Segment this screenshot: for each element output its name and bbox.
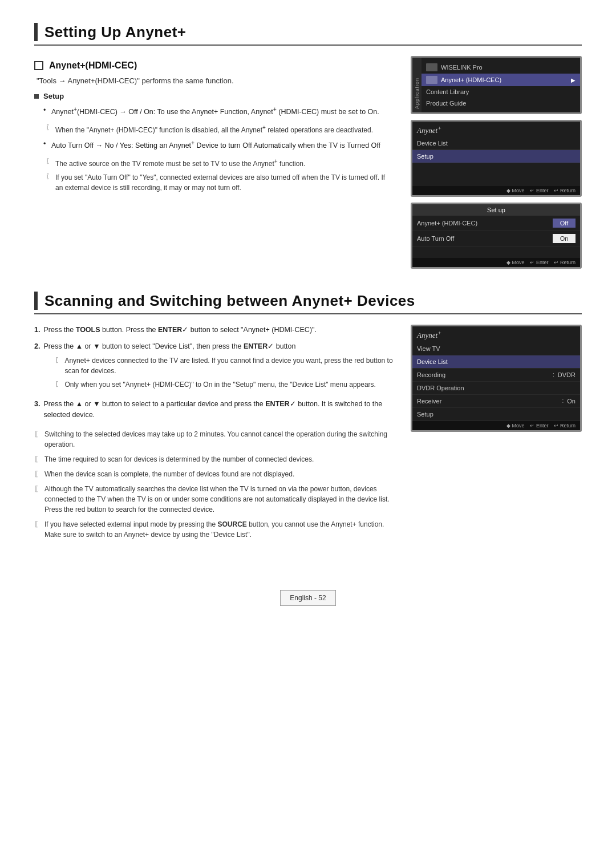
setup-screen-nav: ◆ Move ↵ Enter ↩ Return — [412, 258, 580, 267]
note-sym-3: 〖 — [46, 172, 52, 181]
anynet-menu: Anynet+ Device List Setup ◆ Move ↵ Enter… — [412, 122, 580, 195]
bottom-note-2: 〖 The time required to scan for devices … — [34, 454, 394, 464]
app-menu-items: WISELINK Pro Anynet+ (HDMI-CEC) ▶ Conten… — [422, 58, 580, 112]
screen-area-2: Anynet+ View TV Device List Recording : … — [411, 325, 582, 544]
section1-content: Anynet+(HDMI-CEC) "Tools → Anynet+(HDMI-… — [34, 56, 582, 274]
note-text-1: When the "Anynet+ (HDMI-CEC)" function i… — [55, 123, 373, 135]
dvdrop-label: DVDR Operation — [417, 385, 464, 391]
viewtv-label: View TV — [417, 345, 440, 352]
setup-bullets-2: Auto Turn Off → No / Yes: Setting an Any… — [34, 139, 394, 151]
section2-title: Scanning and Switching between Anynet+ D… — [44, 292, 415, 310]
section1-text: Anynet+(HDMI-CEC) "Tools → Anynet+(HDMI-… — [34, 56, 394, 274]
device-nav-return: ↩ Return — [554, 423, 576, 428]
section1-heading: Setting Up Anynet+ — [34, 23, 582, 46]
guide-label: Product Guide — [426, 100, 466, 107]
nav-enter: ↵ Enter — [530, 188, 548, 193]
device-item-recording: Recording : DVDR — [412, 369, 580, 382]
bottom-note-1: 〖 Switching to the selected devices may … — [34, 429, 394, 450]
device-item-dvdrop: DVDR Operation — [412, 382, 580, 395]
bullet-text-2: Auto Turn Off → No / Yes: Setting an Any… — [51, 142, 380, 149]
option-off: Off — [553, 219, 576, 228]
receiver-label: Receiver — [417, 398, 441, 405]
bn-text-3: When the device scan is complete, the nu… — [44, 469, 294, 479]
setup-item-label: Setup — [417, 411, 433, 418]
step-num-2: 2. — [34, 341, 40, 393]
nav-return: ↩ Return — [554, 188, 576, 193]
section2-content: 1. Press the TOOLS button. Press the ENT… — [34, 325, 582, 544]
device-item-viewtv: View TV — [412, 342, 580, 355]
wiselink-icon — [426, 63, 437, 71]
bn-text-5: If you have selected external input mode… — [44, 519, 394, 540]
sidebar-label: Application — [412, 58, 422, 112]
app-menu-sidebar: Application WISELINK Pro Anynet+ (HDMI-C… — [412, 58, 580, 112]
autoturn-label: Auto Turn Off — [417, 235, 550, 242]
device-item-receiver: Receiver : On — [412, 395, 580, 408]
device-screen: Anynet+ View TV Device List Recording : … — [412, 326, 580, 430]
step-num-3: 3. — [34, 399, 40, 421]
app-menu: Application WISELINK Pro Anynet+ (HDMI-C… — [412, 58, 580, 112]
bn-text-4: Although the TV automatically searches t… — [44, 484, 394, 515]
setup-label: Setup — [43, 92, 64, 100]
checkbox-icon — [34, 61, 43, 70]
step-2-content: Press the ▲ or ▼ button to select "Devic… — [43, 341, 394, 393]
step2-note-2: 〖 Only when you set "Anynet+ (HDMI-CEC)"… — [43, 379, 394, 390]
bottom-notes: 〖 Switching to the selected devices may … — [34, 429, 394, 540]
app-item-guide: Product Guide — [422, 98, 580, 109]
receiver-sub: : — [562, 398, 564, 404]
bullet-text-1: Anynet+(HDMI-CEC) → Off / On: To use the… — [51, 108, 379, 116]
anynet-item-devicelist: Device List — [412, 137, 580, 150]
bn-text-2: The time required to scan for devices is… — [44, 454, 314, 464]
application-screen: Application WISELINK Pro Anynet+ (HDMI-C… — [411, 56, 582, 114]
receiver-value: On — [567, 398, 576, 405]
anynet-logo-2: Anynet+ — [412, 326, 580, 342]
step-3: 3. Press the ▲ or ▼ button to select to … — [34, 399, 394, 421]
bn-sym-5: 〖 — [34, 519, 41, 529]
bn-text-1: Switching to the selected devices may ta… — [44, 429, 394, 450]
step-2-text: Press the ▲ or ▼ button to select "Devic… — [43, 342, 295, 350]
setup-screen: Set up Anynet+ (HDMI-CEC) Off Auto Turn … — [412, 204, 580, 267]
bottom-note-3: 〖 When the device scan is complete, the … — [34, 469, 394, 479]
app-item-content: Content Library — [422, 86, 580, 98]
accent-bar — [34, 23, 38, 41]
screen-area-1: Application WISELINK Pro Anynet+ (HDMI-C… — [411, 56, 582, 274]
anynet-screen-nav: ◆ Move ↵ Enter ↩ Return — [412, 186, 580, 195]
hdmi-label: Anynet+ (HDMI-CEC) — [417, 220, 550, 227]
bottom-note-4: 〖 Although the TV automatically searches… — [34, 484, 394, 515]
setup-title: Set up — [412, 204, 580, 216]
note-sym-2: 〖 — [46, 157, 52, 165]
section2-text: 1. Press the TOOLS button. Press the ENT… — [34, 325, 394, 544]
step2-note-text-1: Anynet+ devices connected to the TV are … — [64, 355, 394, 376]
setup-row-autoturn: Auto Turn Off On — [412, 231, 580, 246]
note-text-2: The active source on the TV remote must … — [55, 157, 305, 169]
section2: Scanning and Switching between Anynet+ D… — [34, 292, 582, 544]
app-item-anynet: Anynet+ (HDMI-CEC) ▶ — [422, 74, 580, 86]
setup-nav-return: ↩ Return — [554, 260, 576, 265]
page-footer: English - 52 — [280, 590, 335, 606]
anynet-subheading: Anynet+(HDMI-CEC) — [49, 60, 137, 71]
steps-list: 1. Press the TOOLS button. Press the ENT… — [34, 325, 394, 420]
bn-sym-3: 〖 — [34, 469, 41, 479]
note-sym-1: 〖 — [46, 123, 52, 132]
recording-sub: : — [553, 371, 554, 378]
devicelist-label: Device List — [417, 358, 448, 365]
setup-bullets: Anynet+(HDMI-CEC) → Off / On: To use the… — [34, 105, 394, 118]
anynet-logo: Anynet+ — [412, 122, 580, 137]
setup-options-screen: Set up Anynet+ (HDMI-CEC) Off Auto Turn … — [411, 203, 582, 269]
footer-wrap: English - 52 — [34, 567, 582, 606]
step-num-1: 1. — [34, 325, 40, 335]
step2-note-1: 〖 Anynet+ devices connected to the TV ar… — [43, 355, 394, 376]
anynet-label: Anynet+ (HDMI-CEC) — [441, 76, 501, 83]
note-2: 〖 The active source on the TV remote mus… — [34, 157, 394, 169]
app-item-wiselink: WISELINK Pro — [422, 61, 580, 74]
anynet-item-setup: Setup — [412, 150, 580, 163]
note-1: 〖 When the "Anynet+ (HDMI-CEC)" function… — [34, 123, 394, 135]
nav-move: ◆ Move — [506, 188, 525, 193]
step2-note-text-2: Only when you set "Anynet+ (HDMI-CEC)" t… — [64, 379, 375, 390]
device-item-setup: Setup — [412, 408, 580, 421]
accent-bar-2 — [34, 292, 38, 310]
bullet-item-1: Anynet+(HDMI-CEC) → Off / On: To use the… — [43, 105, 394, 118]
intro-text: "Tools → Anynet+(HDMI-CEC)" performs the… — [37, 76, 394, 85]
step-2: 2. Press the ▲ or ▼ button to select "De… — [34, 341, 394, 393]
wiselink-label: WISELINK Pro — [441, 64, 483, 71]
device-nav-move: ◆ Move — [506, 423, 525, 428]
